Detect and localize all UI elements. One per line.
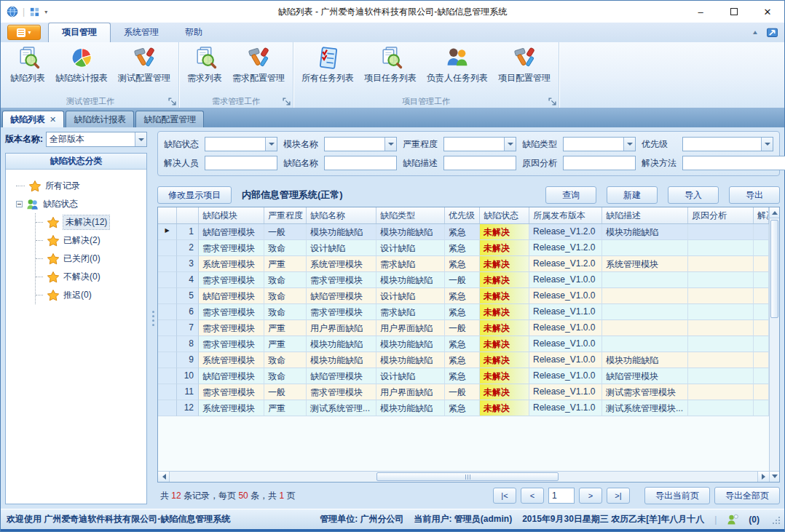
cell-defect-status[interactable]: 未解决 [480, 240, 529, 256]
cell-defect-desc[interactable]: 模块功能缺陷 [602, 224, 688, 240]
ribbon-button-requirement-config[interactable]: 需求配置管理 [227, 44, 290, 86]
cell-priority[interactable]: 紧急 [445, 400, 480, 416]
filter-cause-analysis-input[interactable] [563, 156, 636, 170]
cell-priority[interactable]: 紧急 [445, 256, 480, 272]
table-row[interactable]: 10 缺陷管理模块 致命 缺陷管理模块 设计缺陷 紧急 未解决 Release_… [158, 368, 769, 384]
cell-release[interactable]: Release_V1.2.0 [529, 224, 602, 240]
cell-severity[interactable]: 致命 [264, 288, 307, 304]
cell-release[interactable]: Release_V1.0.0 [529, 288, 602, 304]
cell-defect-module[interactable]: 需求管理模块 [199, 272, 264, 288]
cell-defect-desc[interactable] [602, 288, 688, 304]
scroll-left-icon[interactable] [158, 472, 170, 482]
table-row[interactable]: ▶ 1 缺陷管理模块 一般 模块功能缺陷 模块功能缺陷 紧急 未解决 Relea… [158, 224, 769, 240]
app-menu-button[interactable]: ▾ [7, 25, 41, 40]
doc-tab-defect-config[interactable]: 缺陷配置管理 [135, 111, 204, 127]
cell-cause-analysis[interactable] [688, 224, 754, 240]
cell-defect-status[interactable]: 未解决 [480, 368, 529, 384]
cell-priority[interactable]: 紧急 [445, 288, 480, 304]
table-row[interactable]: 8 需求管理模块 严重 模块功能缺陷 模块功能缺陷 紧急 未解决 Release… [158, 336, 769, 352]
table-row[interactable]: 3 系统管理模块 严重 系统管理模块 需求缺陷 紧急 未解决 Release_V… [158, 256, 769, 272]
cell-defect-module[interactable]: 需求管理模块 [199, 240, 264, 256]
cell-defect-module[interactable]: 系统管理模块 [199, 352, 264, 368]
table-row[interactable]: 12 系统管理模块 严重 测试系统管理... 模块功能缺陷 紧急 未解决 Rel… [158, 400, 769, 416]
filter-severity-combo[interactable] [443, 137, 516, 151]
cell-defect-desc[interactable]: 缺陷管理模块 [602, 368, 688, 384]
cell-solution[interactable] [754, 352, 769, 368]
ribbon-button-requirement-list[interactable]: 需求列表 [182, 44, 227, 86]
doc-tab-defect-report[interactable]: 缺陷统计报表 [66, 111, 134, 127]
cell-defect-module[interactable]: 缺陷管理模块 [199, 224, 264, 240]
table-row[interactable]: 2 需求管理模块 致命 设计缺陷 设计缺陷 紧急 未解决 Release_V1.… [158, 240, 769, 256]
cell-priority[interactable]: 紧急 [445, 304, 480, 320]
cell-defect-status[interactable]: 未解决 [480, 336, 529, 352]
cell-defect-type[interactable]: 用户界面缺陷 [376, 320, 445, 336]
tree-item-unresolved[interactable]: 未解决(12) [36, 213, 142, 231]
cell-solution[interactable] [754, 384, 769, 400]
cell-defect-type[interactable]: 设计缺陷 [376, 240, 445, 256]
filter-priority-combo[interactable] [682, 137, 773, 151]
cell-release[interactable]: Release_V1.0.0 [529, 352, 602, 368]
doc-tab-defect-list[interactable]: 缺陷列表 ✕ [2, 111, 64, 127]
header-defect-desc[interactable]: 缺陷描述 [602, 207, 688, 223]
ribbon-button-test-config[interactable]: 测试配置管理 [113, 44, 175, 86]
pager-first-button[interactable]: |< [493, 488, 516, 504]
cell-defect-status[interactable]: 未解决 [480, 224, 529, 240]
cell-cause-analysis[interactable] [688, 240, 754, 256]
header-cause-analysis[interactable]: 原因分析 [688, 207, 754, 223]
cell-defect-module[interactable]: 需求管理模块 [199, 336, 264, 352]
cell-solution[interactable] [754, 272, 769, 288]
cell-defect-desc[interactable] [602, 240, 688, 256]
modify-columns-button[interactable]: 修改显示项目 [157, 186, 232, 204]
chevron-down-icon[interactable] [384, 138, 396, 151]
cell-defect-desc[interactable]: 模块功能缺陷 [602, 352, 688, 368]
cell-defect-status[interactable]: 未解决 [480, 400, 529, 416]
cell-defect-status[interactable]: 未解决 [480, 288, 529, 304]
chevron-down-icon[interactable] [265, 138, 277, 151]
cell-severity[interactable]: 严重 [264, 256, 307, 272]
export-all-pages-button[interactable]: 导出全部页 [714, 487, 780, 504]
cell-priority[interactable]: 紧急 [445, 240, 480, 256]
quick-access-tiles-icon[interactable] [29, 7, 40, 17]
cell-defect-name[interactable]: 模块功能缺陷 [307, 352, 376, 368]
cell-defect-name[interactable]: 需求管理模块 [307, 384, 376, 400]
cell-defect-status[interactable]: 未解决 [480, 272, 529, 288]
cell-severity[interactable]: 一般 [264, 224, 307, 240]
ribbon-button-project-tasks[interactable]: 项目任务列表 [359, 44, 422, 86]
horizontal-scrollbar[interactable] [158, 471, 769, 482]
cell-severity[interactable]: 致命 [264, 272, 307, 288]
tree-item-wontfix[interactable]: 不解决(0) [36, 268, 142, 286]
header-defect-name[interactable]: 缺陷名称 [307, 207, 376, 223]
cell-defect-module[interactable]: 系统管理模块 [199, 400, 264, 416]
close-button[interactable]: ✕ [751, 1, 784, 23]
filter-defect-name-input[interactable] [324, 156, 397, 170]
export-current-page-button[interactable]: 导出当前页 [644, 487, 710, 504]
vertical-scrollbar[interactable] [769, 207, 779, 482]
cell-defect-name[interactable]: 缺陷管理模块 [307, 368, 376, 384]
cell-defect-status[interactable]: 未解决 [480, 352, 529, 368]
filter-module-name-combo[interactable] [324, 137, 397, 151]
header-solution[interactable]: 解决方法 [754, 207, 769, 223]
cell-release[interactable]: Release_V1.2.0 [529, 240, 602, 256]
table-row[interactable]: 9 系统管理模块 致命 模块功能缺陷 模块功能缺陷 紧急 未解决 Release… [158, 352, 769, 368]
header-defect-type[interactable]: 缺陷类型 [376, 207, 445, 223]
cell-defect-type[interactable]: 模块功能缺陷 [376, 352, 445, 368]
filter-resolver-input[interactable] [205, 156, 277, 170]
cell-solution[interactable] [754, 336, 769, 352]
cell-solution[interactable] [754, 400, 769, 416]
ribbon-button-all-tasks[interactable]: 所有任务列表 [296, 44, 359, 86]
ribbon-help-icon[interactable] [766, 26, 778, 39]
cell-defect-desc[interactable] [602, 320, 688, 336]
ribbon-tab-help[interactable]: 帮助 [172, 23, 216, 42]
ribbon-tab-project[interactable]: 项目管理 [48, 23, 111, 42]
cell-release[interactable]: Release_V1.0.0 [529, 320, 602, 336]
cell-defect-name[interactable]: 缺陷管理模块 [307, 288, 376, 304]
cell-severity[interactable]: 致命 [264, 368, 307, 384]
cell-defect-type[interactable]: 设计缺陷 [376, 288, 445, 304]
cell-priority[interactable]: 一般 [445, 384, 480, 400]
cell-defect-name[interactable]: 需求管理模块 [307, 272, 376, 288]
cell-priority[interactable]: 紧急 [445, 368, 480, 384]
maximize-button[interactable] [717, 1, 751, 23]
tree-item-postponed[interactable]: 推迟(0) [36, 286, 142, 304]
cell-priority[interactable]: 一般 [445, 320, 480, 336]
cell-cause-analysis[interactable] [688, 304, 754, 320]
